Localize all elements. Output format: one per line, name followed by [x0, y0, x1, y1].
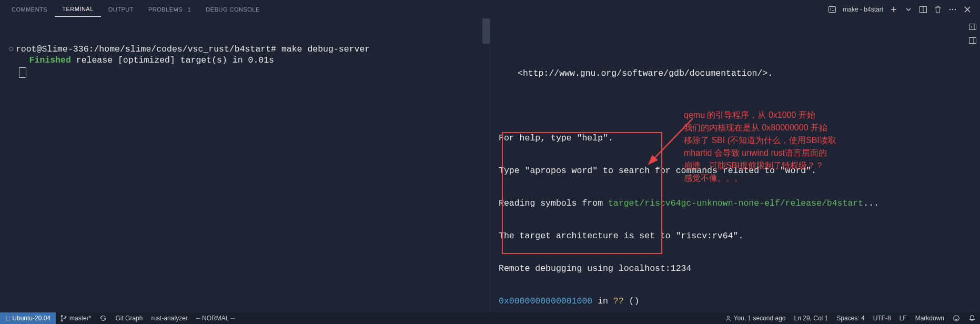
- tab-debug-console[interactable]: DEBUG CONSOLE: [198, 2, 267, 17]
- terminal-pane-right[interactable]: <http://www.gnu.org/software/gdb/documen…: [490, 18, 980, 312]
- status-branch[interactable]: master*: [56, 312, 95, 324]
- status-git-graph[interactable]: Git Graph: [111, 312, 147, 324]
- tab-comments[interactable]: COMMENTS: [4, 2, 55, 17]
- svg-point-12: [61, 320, 63, 321]
- status-rust-analyzer[interactable]: rust-analyzer: [147, 312, 191, 324]
- anno-l3: 移除了 SBI (不知道为什么，使用SBI读取: [684, 134, 857, 147]
- entry-addr: 0x0000000000001000: [499, 296, 592, 306]
- status-blame-label: You, 1 second ago: [734, 315, 786, 322]
- status-blame[interactable]: You, 1 second ago: [721, 315, 790, 322]
- terminal-title: make - b4start: [843, 6, 883, 13]
- anno-l4: mhartid 会导致 unwind rust语言层面的: [684, 147, 857, 159]
- svg-point-4: [952, 8, 953, 9]
- problems-badge: 1: [188, 6, 191, 13]
- finished-word: Finished: [29, 55, 71, 65]
- svg-rect-9: [969, 38, 976, 44]
- svg-rect-0: [829, 6, 836, 12]
- tab-terminal[interactable]: TERMINAL: [55, 2, 101, 17]
- cursor: [19, 67, 26, 78]
- svg-point-15: [954, 316, 959, 321]
- entry-paren: (): [624, 296, 640, 306]
- terminal-pane-left[interactable]: ○root@Slime-336:/home/slime/codes/vsc_ru…: [0, 18, 490, 312]
- sidebar-expand-icon[interactable]: [968, 23, 977, 31]
- status-cursor-pos[interactable]: Ln 29, Col 1: [790, 315, 833, 322]
- svg-point-14: [727, 316, 729, 318]
- status-branch-label: master*: [69, 315, 91, 322]
- svg-point-13: [65, 316, 66, 318]
- svg-rect-7: [969, 24, 976, 30]
- anno-l6: 感觉不像。。。: [684, 172, 857, 185]
- svg-point-3: [949, 8, 951, 9]
- trash-icon[interactable]: [934, 5, 942, 14]
- close-panel-icon[interactable]: [963, 5, 972, 14]
- shell-prompt: root@Slime-336:/home/slime/codes/vsc_rus…: [16, 44, 276, 54]
- more-icon[interactable]: [948, 5, 957, 14]
- status-lang[interactable]: Markdown: [911, 315, 948, 322]
- tab-problems[interactable]: PROBLEMS 1: [141, 2, 198, 17]
- status-eol[interactable]: LF: [895, 315, 911, 322]
- read-sym-suffix: ...: [863, 198, 879, 208]
- status-spaces[interactable]: Spaces: 4: [832, 315, 868, 322]
- status-sync[interactable]: [95, 312, 111, 324]
- status-vim-mode: -- NORMAL --: [192, 312, 239, 324]
- shell-command: make debug-server: [281, 44, 370, 54]
- anno-l5: 崩溃，可能SBI提前限制了特权级？？: [684, 159, 857, 172]
- anno-l1: qemu 的引导程序，从 0x1000 开始: [684, 109, 857, 122]
- prompt-indicator: ○: [8, 44, 14, 54]
- sidebar-layout-icon[interactable]: [968, 36, 977, 45]
- gdb-remote: Remote debugging using localhost:1234: [499, 264, 972, 275]
- entry-in: in: [592, 296, 613, 306]
- split-terminal-icon[interactable]: [919, 5, 927, 14]
- tab-problems-label: PROBLEMS: [148, 6, 183, 13]
- tab-output[interactable]: OUTPUT: [101, 2, 141, 17]
- chevron-down-icon[interactable]: [904, 5, 913, 14]
- add-terminal-icon[interactable]: [890, 5, 898, 14]
- entry-qq: ??: [613, 296, 624, 306]
- finished-rest: release [optimized] target(s) in 0.01s: [71, 55, 274, 65]
- status-bell-icon[interactable]: [964, 315, 980, 322]
- annotation-box: [502, 132, 662, 254]
- svg-point-5: [955, 8, 956, 9]
- terminal-icon[interactable]: [828, 5, 836, 14]
- anno-l2: 我们的内核现在是从 0x80000000 开始: [684, 122, 857, 134]
- status-remote[interactable]: L: Ubuntu-20.04: [0, 312, 56, 324]
- status-encoding[interactable]: UTF-8: [869, 315, 895, 322]
- status-feedback-icon[interactable]: [948, 315, 964, 322]
- svg-point-11: [61, 315, 63, 317]
- scrollbar[interactable]: [482, 18, 490, 44]
- gdb-url: <http://www.gnu.org/software/gdb/documen…: [518, 68, 773, 78]
- annotation-text: qemu 的引导程序，从 0x1000 开始 我们的内核现在是从 0x80000…: [684, 109, 857, 185]
